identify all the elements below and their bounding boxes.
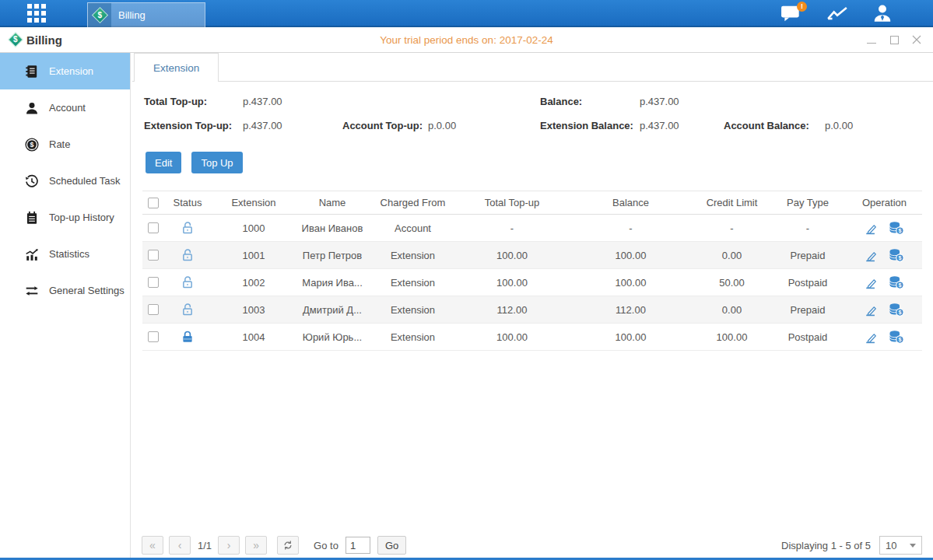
- first-page-button[interactable]: «: [142, 536, 163, 555]
- topup-coins-icon: $: [889, 303, 904, 317]
- table-row: 1001Петр ПетровExtension100.00100.000.00…: [142, 242, 922, 269]
- extension-cell: 1003: [211, 304, 296, 316]
- topup-coins-icon: $: [889, 330, 904, 344]
- name-cell: Иван Иванов: [296, 222, 368, 234]
- column-balance: Balance: [566, 197, 695, 208]
- topup-coins-icon: $: [889, 275, 904, 289]
- topup-row-button[interactable]: $: [889, 275, 904, 289]
- total-topup-cell: -: [458, 222, 566, 234]
- taskbar-tab-billing[interactable]: $ Billing: [87, 2, 205, 27]
- refresh-button[interactable]: [277, 536, 299, 555]
- pay-type-cell: Postpaid: [769, 277, 847, 289]
- sidebar-item-scheduled-task[interactable]: Scheduled Task: [0, 163, 130, 199]
- svg-text:$: $: [898, 227, 901, 234]
- row-checkbox-cell: [142, 331, 164, 342]
- billing-window-icon: $: [8, 32, 23, 47]
- unlocked-padlock-icon: [181, 303, 195, 317]
- row-checkbox[interactable]: [148, 331, 159, 342]
- sidebar-item-topup-history[interactable]: Top-up History: [0, 199, 130, 236]
- edit-row-button[interactable]: [865, 303, 879, 317]
- topup-coins-icon: $: [889, 248, 904, 262]
- apps-grid-icon[interactable]: [27, 4, 46, 23]
- total-topup-cell: 100.00: [458, 277, 566, 289]
- select-all-checkbox[interactable]: [148, 198, 159, 208]
- messages-icon[interactable]: !: [780, 4, 802, 23]
- taskbar-tab-label: Billing: [118, 9, 146, 21]
- billing-app-window: $ Billing !: [0, 0, 933, 560]
- balance-label: Balance:: [540, 96, 582, 107]
- edit-row-button[interactable]: [865, 330, 879, 344]
- maximize-icon[interactable]: [889, 34, 900, 45]
- edit-pencil-icon: [865, 275, 879, 289]
- displaying-text: Displaying 1 - 5 of 5: [781, 540, 871, 551]
- extension-icon: [25, 65, 39, 79]
- balance-cell: 100.00: [566, 277, 695, 289]
- operation-cell: $: [847, 275, 922, 289]
- next-page-button[interactable]: ›: [218, 536, 240, 555]
- billing-summary: Total Top-up: p.437.00 Balance: p.437.00…: [142, 92, 922, 140]
- row-checkbox[interactable]: [148, 250, 159, 261]
- reports-chart-icon[interactable]: [826, 5, 848, 22]
- topup-row-button[interactable]: $: [889, 303, 904, 317]
- window-title: Billing: [26, 33, 62, 47]
- extension-topup-label: Extension Top-up:: [144, 120, 232, 131]
- status-cell: [164, 221, 211, 235]
- topup-history-icon: [25, 211, 39, 225]
- edit-row-button[interactable]: [865, 221, 879, 235]
- select-all-cell: [142, 198, 164, 208]
- sidebar-item-extension[interactable]: Extension: [0, 53, 130, 89]
- prev-page-button[interactable]: ‹: [169, 536, 191, 555]
- extension-table: Status Extension Name Charged From Total…: [142, 191, 922, 351]
- total-topup-label: Total Top-up:: [144, 96, 207, 107]
- topup-row-button[interactable]: $: [889, 330, 904, 344]
- sidebar-item-account[interactable]: Account: [0, 89, 130, 126]
- name-cell: Мария Ива...: [296, 277, 368, 289]
- scheduled-task-icon: [25, 174, 39, 188]
- page-size-value: 10: [886, 540, 896, 551]
- operation-cell: $: [847, 248, 922, 262]
- charged-from-cell: Extension: [368, 250, 458, 261]
- sidebar-item-statistics[interactable]: Statistics: [0, 236, 130, 272]
- credit-limit-cell: 100.00: [695, 331, 769, 343]
- page-size-select[interactable]: 10: [879, 536, 922, 555]
- operation-cell: $: [847, 221, 922, 235]
- account-icon: [25, 101, 39, 115]
- sidebar-item-label: General Settings: [49, 285, 125, 296]
- window-titlebar: Your trial period ends on: 2017-02-24 $ …: [0, 27, 933, 53]
- tab-extension[interactable]: Extension: [134, 53, 219, 82]
- row-checkbox[interactable]: [148, 222, 159, 233]
- table-body: 1000Иван ИвановAccount---- $ 1001Петр Пе…: [142, 215, 922, 351]
- sidebar-item-label: Scheduled Task: [49, 175, 121, 187]
- credit-limit-cell: 0.00: [695, 250, 769, 261]
- close-icon[interactable]: [911, 34, 922, 45]
- edit-row-button[interactable]: [865, 248, 879, 262]
- sidebar-item-general-settings[interactable]: General Settings: [0, 272, 130, 309]
- balance-value: p.437.00: [640, 96, 679, 107]
- trial-notice: Your trial period ends on: 2017-02-24: [0, 34, 933, 46]
- extension-cell: 1000: [211, 222, 296, 234]
- top-up-button[interactable]: Top Up: [191, 152, 242, 173]
- extension-cell: 1001: [211, 250, 296, 261]
- edit-row-button[interactable]: [865, 275, 879, 289]
- sidebar-item-rate[interactable]: $ Rate: [0, 126, 130, 163]
- chevron-down-icon: [910, 544, 916, 548]
- row-checkbox[interactable]: [148, 304, 159, 315]
- goto-page-input[interactable]: [345, 537, 370, 554]
- unlocked-padlock-icon: [181, 248, 195, 262]
- pay-type-cell: Postpaid: [769, 331, 847, 343]
- edit-button[interactable]: Edit: [146, 152, 181, 173]
- topup-row-button[interactable]: $: [889, 248, 904, 262]
- topup-row-button[interactable]: $: [889, 221, 904, 235]
- unlocked-padlock-icon: [181, 221, 195, 235]
- user-icon[interactable]: [872, 4, 893, 23]
- minimize-icon[interactable]: [866, 34, 877, 45]
- unlocked-padlock-icon: [181, 275, 195, 289]
- statistics-icon: [25, 247, 39, 261]
- row-checkbox[interactable]: [148, 277, 159, 288]
- account-topup-label: Account Top-up:: [342, 120, 423, 131]
- column-charged-from: Charged From: [368, 197, 458, 208]
- notification-badge: !: [797, 2, 807, 12]
- go-button[interactable]: Go: [377, 536, 406, 555]
- last-page-button[interactable]: »: [245, 536, 267, 555]
- rate-icon: $: [25, 138, 39, 152]
